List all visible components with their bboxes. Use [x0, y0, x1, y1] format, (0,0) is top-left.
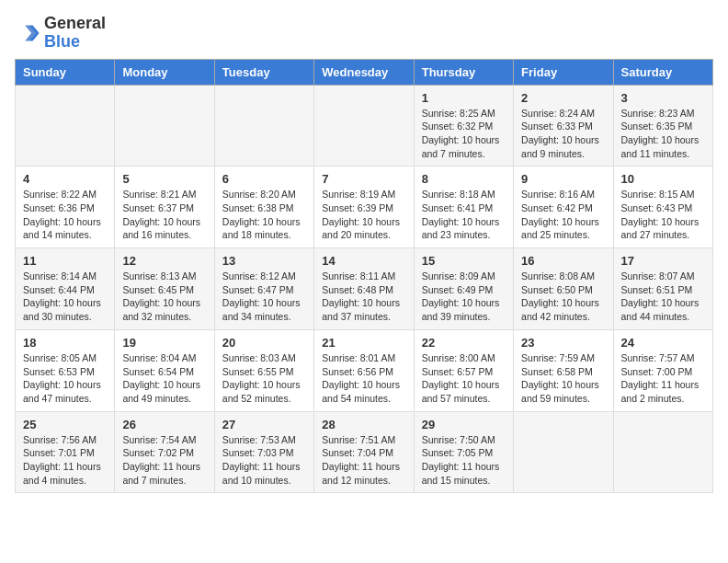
day-info: Sunrise: 7:59 AM Sunset: 6:58 PM Dayligh… — [521, 351, 605, 406]
calendar-cell: 8Sunrise: 8:18 AM Sunset: 6:41 PM Daylig… — [414, 167, 513, 248]
calendar-cell — [314, 85, 414, 167]
day-number: 19 — [122, 336, 206, 350]
calendar-cell — [115, 85, 214, 167]
day-number: 2 — [521, 91, 605, 105]
day-info: Sunrise: 7:56 AM Sunset: 7:01 PM Dayligh… — [23, 433, 107, 488]
calendar-cell — [613, 411, 712, 493]
day-number: 25 — [23, 418, 107, 431]
week-row-1: 1Sunrise: 8:25 AM Sunset: 6:32 PM Daylig… — [16, 85, 713, 167]
day-header-saturday: Saturday — [613, 59, 712, 85]
day-number: 27 — [222, 418, 306, 431]
day-info: Sunrise: 8:18 AM Sunset: 6:41 PM Dayligh… — [422, 188, 506, 242]
day-number: 4 — [23, 172, 107, 186]
calendar-cell: 9Sunrise: 8:16 AM Sunset: 6:42 PM Daylig… — [514, 167, 613, 248]
week-row-2: 4Sunrise: 8:22 AM Sunset: 6:36 PM Daylig… — [16, 167, 713, 248]
calendar-body: 1Sunrise: 8:25 AM Sunset: 6:32 PM Daylig… — [16, 85, 713, 493]
day-info: Sunrise: 8:03 AM Sunset: 6:55 PM Dayligh… — [222, 351, 306, 406]
day-number: 22 — [422, 336, 506, 350]
day-header-monday: Monday — [115, 59, 214, 85]
day-info: Sunrise: 8:24 AM Sunset: 6:33 PM Dayligh… — [521, 107, 605, 161]
day-info: Sunrise: 8:25 AM Sunset: 6:32 PM Dayligh… — [422, 107, 506, 161]
calendar-cell: 10Sunrise: 8:15 AM Sunset: 6:43 PM Dayli… — [613, 167, 712, 248]
calendar-cell — [16, 85, 115, 167]
day-number: 12 — [122, 254, 206, 268]
logo-icon — [15, 20, 40, 46]
day-number: 8 — [422, 172, 506, 186]
calendar-cell: 27Sunrise: 7:53 AM Sunset: 7:03 PM Dayli… — [214, 411, 313, 493]
week-row-3: 11Sunrise: 8:14 AM Sunset: 6:44 PM Dayli… — [16, 248, 713, 330]
day-header-thursday: Thursday — [414, 59, 513, 85]
calendar-cell: 7Sunrise: 8:19 AM Sunset: 6:39 PM Daylig… — [314, 167, 414, 248]
calendar-cell: 14Sunrise: 8:11 AM Sunset: 6:48 PM Dayli… — [314, 248, 414, 330]
day-info: Sunrise: 8:00 AM Sunset: 6:57 PM Dayligh… — [422, 351, 506, 406]
calendar-cell: 20Sunrise: 8:03 AM Sunset: 6:55 PM Dayli… — [214, 329, 313, 411]
day-number: 21 — [322, 336, 405, 350]
calendar-cell: 19Sunrise: 8:04 AM Sunset: 6:54 PM Dayli… — [115, 329, 214, 411]
week-row-5: 25Sunrise: 7:56 AM Sunset: 7:01 PM Dayli… — [16, 411, 713, 493]
calendar-cell: 11Sunrise: 8:14 AM Sunset: 6:44 PM Dayli… — [16, 248, 115, 330]
calendar-cell: 13Sunrise: 8:12 AM Sunset: 6:47 PM Dayli… — [214, 248, 313, 330]
day-number: 14 — [322, 254, 405, 268]
calendar-cell: 26Sunrise: 7:54 AM Sunset: 7:02 PM Dayli… — [115, 411, 214, 493]
calendar-header: SundayMondayTuesdayWednesdayThursdayFrid… — [16, 59, 713, 85]
day-info: Sunrise: 7:54 AM Sunset: 7:02 PM Dayligh… — [122, 433, 206, 488]
calendar-cell: 2Sunrise: 8:24 AM Sunset: 6:33 PM Daylig… — [514, 85, 613, 167]
day-info: Sunrise: 7:57 AM Sunset: 7:00 PM Dayligh… — [621, 351, 705, 406]
day-info: Sunrise: 7:50 AM Sunset: 7:05 PM Dayligh… — [422, 433, 506, 488]
day-info: Sunrise: 7:53 AM Sunset: 7:03 PM Dayligh… — [222, 433, 306, 488]
day-info: Sunrise: 7:51 AM Sunset: 7:04 PM Dayligh… — [322, 433, 405, 488]
day-number: 1 — [422, 91, 506, 105]
day-number: 16 — [521, 254, 605, 268]
calendar-cell: 6Sunrise: 8:20 AM Sunset: 6:38 PM Daylig… — [214, 167, 313, 248]
calendar-cell: 24Sunrise: 7:57 AM Sunset: 7:00 PM Dayli… — [613, 329, 712, 411]
day-number: 28 — [322, 418, 405, 431]
day-number: 20 — [222, 336, 306, 350]
day-number: 18 — [23, 336, 107, 350]
day-info: Sunrise: 8:04 AM Sunset: 6:54 PM Dayligh… — [122, 351, 206, 406]
calendar-cell: 17Sunrise: 8:07 AM Sunset: 6:51 PM Dayli… — [613, 248, 712, 330]
calendar-cell: 1Sunrise: 8:25 AM Sunset: 6:32 PM Daylig… — [414, 85, 513, 167]
day-info: Sunrise: 8:16 AM Sunset: 6:42 PM Dayligh… — [521, 188, 605, 242]
calendar-cell: 5Sunrise: 8:21 AM Sunset: 6:37 PM Daylig… — [115, 167, 214, 248]
day-info: Sunrise: 8:15 AM Sunset: 6:43 PM Dayligh… — [621, 188, 705, 242]
day-header-wednesday: Wednesday — [314, 59, 414, 85]
week-row-4: 18Sunrise: 8:05 AM Sunset: 6:53 PM Dayli… — [16, 329, 713, 411]
day-info: Sunrise: 8:14 AM Sunset: 6:44 PM Dayligh… — [23, 270, 107, 324]
calendar-table: SundayMondayTuesdayWednesdayThursdayFrid… — [15, 59, 713, 494]
calendar-cell: 15Sunrise: 8:09 AM Sunset: 6:49 PM Dayli… — [414, 248, 513, 330]
calendar-cell: 22Sunrise: 8:00 AM Sunset: 6:57 PM Dayli… — [414, 329, 513, 411]
day-number: 7 — [322, 172, 405, 186]
day-number: 23 — [521, 336, 605, 350]
day-info: Sunrise: 8:11 AM Sunset: 6:48 PM Dayligh… — [322, 270, 405, 324]
day-number: 6 — [222, 172, 306, 186]
day-number: 17 — [621, 254, 705, 268]
day-info: Sunrise: 8:20 AM Sunset: 6:38 PM Dayligh… — [222, 188, 306, 242]
day-info: Sunrise: 8:23 AM Sunset: 6:35 PM Dayligh… — [621, 107, 705, 161]
calendar-cell: 16Sunrise: 8:08 AM Sunset: 6:50 PM Dayli… — [514, 248, 613, 330]
calendar-cell: 12Sunrise: 8:13 AM Sunset: 6:45 PM Dayli… — [115, 248, 214, 330]
calendar-cell: 3Sunrise: 8:23 AM Sunset: 6:35 PM Daylig… — [613, 85, 712, 167]
logo: General Blue — [15, 15, 106, 52]
day-number: 10 — [621, 172, 705, 186]
day-info: Sunrise: 8:19 AM Sunset: 6:39 PM Dayligh… — [322, 188, 405, 242]
day-info: Sunrise: 8:09 AM Sunset: 6:49 PM Dayligh… — [422, 270, 506, 324]
calendar-cell: 23Sunrise: 7:59 AM Sunset: 6:58 PM Dayli… — [514, 329, 613, 411]
day-info: Sunrise: 8:12 AM Sunset: 6:47 PM Dayligh… — [222, 270, 306, 324]
day-number: 3 — [621, 91, 705, 105]
day-info: Sunrise: 8:08 AM Sunset: 6:50 PM Dayligh… — [521, 270, 605, 324]
day-header-sunday: Sunday — [16, 59, 115, 85]
calendar-cell: 21Sunrise: 8:01 AM Sunset: 6:56 PM Dayli… — [314, 329, 414, 411]
day-number: 26 — [122, 418, 206, 431]
calendar-cell: 25Sunrise: 7:56 AM Sunset: 7:01 PM Dayli… — [16, 411, 115, 493]
day-info: Sunrise: 8:22 AM Sunset: 6:36 PM Dayligh… — [23, 188, 107, 242]
calendar-cell — [214, 85, 313, 167]
day-number: 15 — [422, 254, 506, 268]
day-info: Sunrise: 8:05 AM Sunset: 6:53 PM Dayligh… — [23, 351, 107, 406]
day-header-tuesday: Tuesday — [214, 59, 313, 85]
day-info: Sunrise: 8:13 AM Sunset: 6:45 PM Dayligh… — [122, 270, 206, 324]
calendar-cell: 29Sunrise: 7:50 AM Sunset: 7:05 PM Dayli… — [414, 411, 513, 493]
day-number: 13 — [222, 254, 306, 268]
day-number: 5 — [122, 172, 206, 186]
calendar-cell: 28Sunrise: 7:51 AM Sunset: 7:04 PM Dayli… — [314, 411, 414, 493]
day-info: Sunrise: 8:07 AM Sunset: 6:51 PM Dayligh… — [621, 270, 705, 324]
